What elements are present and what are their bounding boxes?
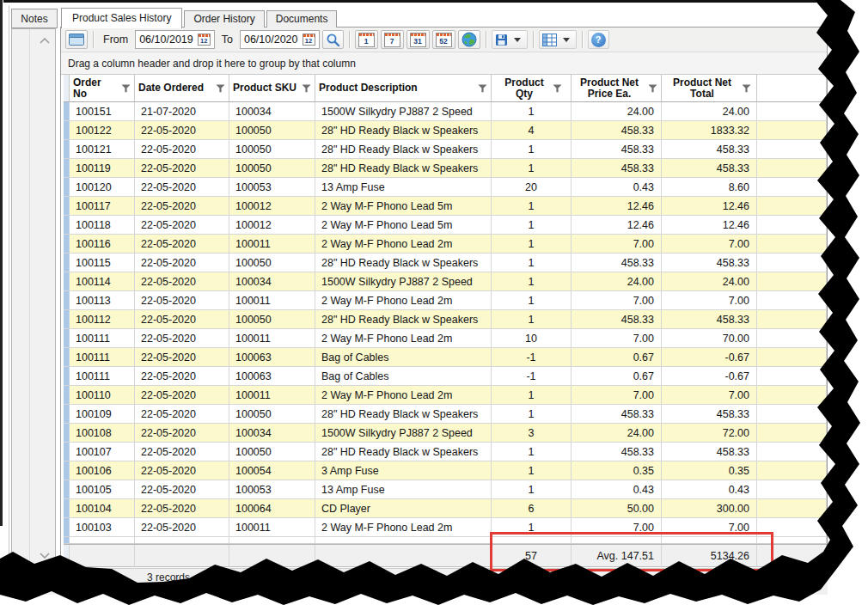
cell-date-ordered: 22-05-2020 bbox=[135, 178, 229, 197]
cell-date-ordered: 22-05-2020 bbox=[135, 216, 229, 235]
table-row[interactable]: 100119 22-05-2020 100050 28" HD Ready Bl… bbox=[64, 159, 827, 178]
cell-order-no: 100122 bbox=[70, 121, 135, 140]
cell-empty bbox=[757, 216, 827, 235]
cell-date-ordered: 22-05-2020 bbox=[135, 405, 229, 424]
table-row[interactable]: 100113 22-05-2020 100011 2 Way M-F Phono… bbox=[64, 291, 827, 310]
column-header-product-net-price[interactable]: Product Net Price Ea. bbox=[572, 75, 662, 102]
cell-product-description: 2 Way M-F Phono Lead 2m bbox=[315, 235, 492, 254]
help-button[interactable] bbox=[588, 30, 609, 49]
help-icon bbox=[591, 33, 606, 47]
toolbar-separator bbox=[486, 31, 486, 48]
column-header-date-ordered[interactable]: Date Ordered bbox=[135, 75, 229, 102]
cell-empty bbox=[662, 537, 757, 544]
table-row[interactable]: 100151 21-07-2020 100034 1500W Silkydry … bbox=[64, 102, 827, 121]
filter-icon[interactable] bbox=[478, 84, 487, 93]
filter-icon[interactable] bbox=[648, 84, 657, 93]
table-row[interactable]: 100105 22-05-2020 100053 13 Amp Fuse 1 0… bbox=[64, 480, 827, 499]
panel-left-border bbox=[9, 5, 9, 564]
cell-date-ordered: 22-05-2020 bbox=[135, 140, 229, 159]
cell-product-net-price: 458.33 bbox=[572, 254, 662, 272]
cell-product-net-total: 458.33 bbox=[662, 159, 757, 178]
range-31-day-button[interactable]: 31 bbox=[406, 30, 430, 49]
table-row[interactable]: 100109 22-05-2020 100050 28" HD Ready Bl… bbox=[64, 405, 827, 424]
column-chooser-button[interactable] bbox=[539, 30, 577, 49]
table-row[interactable]: 100115 22-05-2020 100050 28" HD Ready Bl… bbox=[64, 254, 827, 272]
row-indicator bbox=[64, 367, 70, 386]
table-row[interactable]: 100114 22-05-2020 100034 1500W Silkydry … bbox=[64, 272, 827, 291]
range-52-week-button[interactable]: 52 bbox=[432, 30, 455, 49]
column-label: Product Qty bbox=[500, 77, 548, 100]
tab-product-sales-history[interactable]: Product Sales History bbox=[61, 8, 182, 28]
table-row[interactable]: 100107 22-05-2020 100050 28" HD Ready Bl… bbox=[64, 443, 827, 461]
table-row[interactable]: 100104 22-05-2020 100064 CD Player 6 50.… bbox=[64, 499, 827, 518]
cell-empty bbox=[757, 254, 827, 272]
summary-empty bbox=[315, 545, 492, 567]
save-export-button[interactable] bbox=[492, 30, 528, 49]
column-header-order-no[interactable]: Order No bbox=[70, 75, 135, 102]
cell-product-sku: 100011 bbox=[229, 329, 315, 348]
calendar-icon[interactable]: 12 bbox=[303, 34, 315, 46]
from-date-field[interactable]: 06/10/2019 12 bbox=[135, 30, 215, 49]
table-row[interactable]: 100118 22-05-2020 100012 2 Way M-F Phono… bbox=[64, 216, 827, 235]
table-row[interactable]: 100117 22-05-2020 100012 2 Way M-F Phono… bbox=[64, 197, 827, 216]
notes-panel bbox=[11, 28, 56, 566]
range-7-day-button[interactable]: 7 bbox=[381, 30, 404, 49]
cell-product-qty: 1 bbox=[492, 461, 572, 480]
column-header-product-qty[interactable]: Product Qty bbox=[492, 75, 572, 102]
to-date-field[interactable]: 06/10/2020 12 bbox=[240, 30, 320, 49]
column-header-product-sku[interactable]: Product SKU bbox=[229, 75, 315, 102]
column-label: Date Ordered bbox=[138, 82, 204, 94]
cell-product-net-total: 458.33 bbox=[662, 443, 757, 461]
table-row[interactable]: 100111 22-05-2020 100011 2 Way M-F Phono… bbox=[64, 329, 827, 348]
all-dates-button[interactable] bbox=[458, 30, 480, 49]
filter-icon[interactable] bbox=[553, 84, 562, 93]
cell-product-qty: 1 bbox=[492, 310, 572, 329]
table-row[interactable]: 100122 22-05-2020 100050 28" HD Ready Bl… bbox=[64, 121, 827, 140]
table-row[interactable]: 100116 22-05-2020 100011 2 Way M-F Phono… bbox=[64, 235, 827, 254]
filter-icon[interactable] bbox=[121, 84, 131, 93]
cell-product-sku: 100034 bbox=[229, 424, 315, 443]
table-row[interactable]: 100111 22-05-2020 100063 Bag of Cables -… bbox=[64, 348, 827, 367]
scroll-down-icon[interactable] bbox=[38, 550, 52, 560]
cell-empty bbox=[757, 310, 827, 329]
cell-product-qty: 1 bbox=[492, 197, 572, 216]
filter-icon[interactable] bbox=[216, 84, 225, 93]
cell-product-net-total: 458.33 bbox=[662, 310, 757, 329]
cell-product-net-total: 458.33 bbox=[662, 140, 757, 159]
cell-product-net-price: 7.00 bbox=[572, 518, 662, 537]
cell-product-qty: 1 bbox=[492, 518, 572, 537]
calendar-icon[interactable]: 12 bbox=[198, 34, 211, 46]
cell-product-description: Bag of Cables bbox=[315, 348, 492, 367]
search-button[interactable] bbox=[322, 30, 344, 49]
table-row[interactable]: 100111 22-05-2020 100063 Bag of Cables -… bbox=[64, 367, 827, 386]
filter-icon[interactable] bbox=[302, 84, 311, 93]
column-header-product-net-total[interactable]: Product Net Total bbox=[662, 75, 757, 102]
tab-documents[interactable]: Documents bbox=[266, 10, 338, 27]
table-row[interactable]: 100103 22-05-2020 100011 2 Way M-F Phono… bbox=[64, 518, 827, 537]
table-row[interactable]: 100121 22-05-2020 100050 28" HD Ready Bl… bbox=[64, 140, 827, 159]
cell-product-qty: 1 bbox=[492, 159, 572, 178]
row-indicator bbox=[64, 424, 70, 443]
new-window-button[interactable] bbox=[65, 30, 88, 49]
scroll-up-icon[interactable] bbox=[38, 36, 52, 46]
grid-rows: 100151 21-07-2020 100034 1500W Silkydry … bbox=[64, 102, 827, 537]
tab-order-history[interactable]: Order History bbox=[184, 10, 264, 27]
range-1-day-button[interactable]: 1 bbox=[355, 30, 378, 49]
cell-product-sku: 100011 bbox=[229, 518, 315, 537]
cell-product-description: 28" HD Ready Black w Speakers bbox=[315, 310, 492, 329]
table-row[interactable]: 100112 22-05-2020 100050 28" HD Ready Bl… bbox=[64, 310, 827, 329]
filter-icon[interactable] bbox=[742, 84, 751, 93]
cell-product-sku: 100011 bbox=[229, 386, 315, 405]
chevron-down-icon bbox=[563, 38, 570, 42]
table-row[interactable]: 100106 22-05-2020 100054 3 Amp Fuse 1 0.… bbox=[64, 461, 827, 480]
column-header-product-description[interactable]: Product Description bbox=[315, 75, 492, 102]
cell-date-ordered: 22-05-2020 bbox=[135, 518, 229, 537]
table-row[interactable]: 100110 22-05-2020 100011 2 Way M-F Phono… bbox=[64, 386, 827, 405]
cell-product-net-price: 0.67 bbox=[572, 348, 662, 367]
group-by-bar[interactable]: Drag a column header and drop it here to… bbox=[61, 52, 827, 75]
cell-order-no: 100117 bbox=[70, 197, 135, 216]
table-row[interactable]: 100120 22-05-2020 100053 13 Amp Fuse 20 … bbox=[64, 178, 827, 197]
notes-panel-tab[interactable]: Notes bbox=[11, 9, 58, 28]
cell-empty bbox=[757, 443, 827, 461]
table-row[interactable]: 100108 22-05-2020 100034 1500W Silkydry … bbox=[64, 424, 827, 443]
